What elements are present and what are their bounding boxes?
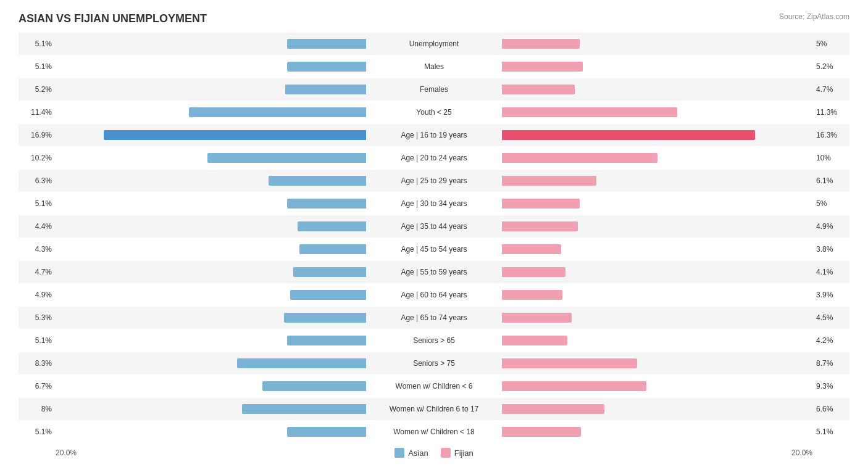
bar-pair: Age | 65 to 74 years [56,307,812,329]
bar-label: Age | 20 to 24 years [366,154,502,162]
bars-area: Unemployment [56,33,812,55]
chart-header: ASIAN VS FIJIAN UNEMPLOYMENT Source: Zip… [19,12,849,25]
bar-left-wrap [56,129,366,141]
chart-body: 5.1%Unemployment5%5.1%Males5.2%5.2%Femal… [19,33,849,443]
bars-area: Women w/ Children < 18 [56,421,812,443]
left-value: 4.4% [19,222,56,231]
bar-right-wrap [502,129,812,141]
bar-asian [269,176,366,186]
left-value: 5.1% [19,39,56,48]
bar-left-wrap [56,83,366,96]
bar-left-wrap [56,60,366,73]
bar-label: Age | 45 to 54 years [366,245,502,254]
bars-area: Youth < 25 [56,101,812,123]
bar-asian [287,427,366,437]
bars-area: Females [56,78,812,101]
bar-asian [290,290,366,300]
bars-area: Age | 55 to 59 years [56,261,812,283]
bars-area: Age | 60 to 64 years [56,284,812,306]
left-value: 16.9% [19,131,56,139]
bar-label: Women w/ Children 6 to 17 [366,405,502,413]
bar-left-wrap [56,289,366,301]
left-value: 4.3% [19,245,56,254]
bar-left-wrap [56,175,366,187]
bars-area: Age | 30 to 34 years [56,192,812,215]
right-value: 4.9% [812,222,849,231]
bar-fijian [502,221,578,231]
right-value: 3.9% [812,291,849,299]
bar-asian [262,381,367,391]
bars-area: Age | 45 to 54 years [56,238,812,260]
bar-left-wrap [56,380,366,392]
bar-fijian [502,381,646,391]
bar-right-wrap [502,266,812,278]
bar-right-wrap [502,197,812,210]
bar-label: Age | 16 to 19 years [366,131,502,139]
chart-row: 8.3%Seniors > 758.7% [19,352,849,374]
bar-pair: Age | 60 to 64 years [56,284,812,306]
bar-fijian [502,404,604,414]
bar-asian [298,221,366,231]
bar-label: Seniors > 75 [366,359,502,368]
bar-fijian [502,153,657,163]
bar-fijian [502,313,572,323]
bar-asian [287,199,366,209]
chart-row: 11.4%Youth < 2511.3% [19,101,849,123]
legend-asian-label: Asian [408,448,428,458]
legend-fijian-box [441,448,451,458]
bars-area: Seniors > 75 [56,352,812,374]
bar-right-wrap [502,152,812,164]
bars-area: Age | 25 to 29 years [56,170,812,192]
right-value: 4.5% [812,313,849,322]
left-value: 5.1% [19,62,56,71]
bar-right-wrap [502,243,812,255]
chart-container: ASIAN VS FIJIAN UNEMPLOYMENT Source: Zip… [19,12,849,458]
right-value: 16.3% [812,131,849,139]
footer-scale-left: 20.0% [56,448,77,457]
bar-asian [104,130,366,140]
left-value: 11.4% [19,108,56,117]
right-value: 8.7% [812,359,849,368]
right-value: 10% [812,154,849,162]
bar-pair: Age | 45 to 54 years [56,238,812,260]
chart-row: 5.1%Women w/ Children < 185.1% [19,421,849,443]
bar-asian [284,313,366,323]
bars-area: Women w/ Children 6 to 17 [56,398,812,420]
bar-right-wrap [502,106,812,118]
bar-left-wrap [56,266,366,278]
chart-row: 4.3%Age | 45 to 54 years3.8% [19,238,849,260]
bars-area: Women w/ Children < 6 [56,375,812,397]
bar-left-wrap [56,243,366,255]
bars-area: Age | 20 to 24 years [56,147,812,169]
right-value: 4.7% [812,85,849,94]
left-value: 5.1% [19,199,56,208]
bar-asian [189,107,366,117]
bar-fijian [502,62,583,72]
bar-pair: Seniors > 75 [56,352,812,374]
right-value: 5% [812,39,849,48]
chart-row: 4.7%Age | 55 to 59 years4.1% [19,261,849,283]
bar-right-wrap [502,403,812,415]
bar-right-wrap [502,83,812,96]
chart-row: 10.2%Age | 20 to 24 years10% [19,147,849,169]
bar-label: Age | 55 to 59 years [366,268,502,276]
bar-label: Age | 35 to 44 years [366,222,502,231]
chart-row: 5.1%Age | 30 to 34 years5% [19,192,849,215]
left-value: 5.1% [19,428,56,436]
bars-area: Age | 65 to 74 years [56,307,812,329]
legend-asian: Asian [394,448,428,458]
bar-right-wrap [502,60,812,73]
right-value: 5% [812,199,849,208]
chart-source: Source: ZipAtlas.com [779,12,849,21]
bar-right-wrap [502,289,812,301]
left-value: 8% [19,405,56,413]
bar-pair: Women w/ Children 6 to 17 [56,398,812,420]
bar-label: Unemployment [366,39,502,48]
bar-right-wrap [502,312,812,324]
bar-left-wrap [56,220,366,233]
bar-label: Youth < 25 [366,108,502,117]
bar-label: Women w/ Children < 6 [366,382,502,391]
bar-left-wrap [56,312,366,324]
right-value: 5.2% [812,62,849,71]
chart-row: 4.9%Age | 60 to 64 years3.9% [19,284,849,306]
